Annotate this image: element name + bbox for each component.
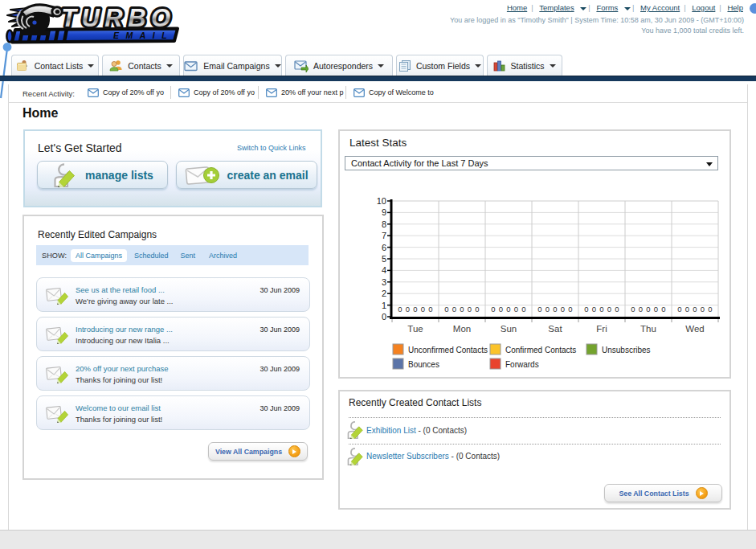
svg-text:0: 0 <box>491 305 495 313</box>
svg-text:0: 0 <box>382 312 386 322</box>
svg-text:Forwards: Forwards <box>505 360 539 369</box>
svg-text:9: 9 <box>382 207 386 217</box>
svg-text:0: 0 <box>693 305 697 313</box>
svg-text:0: 0 <box>468 305 472 313</box>
svg-text:0: 0 <box>607 305 611 313</box>
svg-text:0: 0 <box>398 305 402 313</box>
svg-text:Sat: Sat <box>548 324 562 334</box>
svg-text:0: 0 <box>506 305 510 313</box>
svg-text:0: 0 <box>521 305 525 313</box>
svg-text:0: 0 <box>615 305 619 313</box>
svg-text:0: 0 <box>631 305 635 313</box>
svg-text:4: 4 <box>382 265 386 275</box>
svg-text:Unsubscribes: Unsubscribes <box>602 346 651 354</box>
svg-text:0: 0 <box>499 305 503 313</box>
svg-text:2: 2 <box>382 289 386 298</box>
svg-text:0: 0 <box>444 305 448 313</box>
svg-text:Wed: Wed <box>685 324 704 334</box>
svg-text:0: 0 <box>685 305 689 313</box>
svg-text:Unconfirmed Contacts: Unconfirmed Contacts <box>408 346 488 354</box>
svg-text:0: 0 <box>475 305 479 313</box>
svg-text:0: 0 <box>428 305 432 313</box>
svg-text:0: 0 <box>677 305 681 313</box>
svg-text:TURBO: TURBO <box>61 4 176 32</box>
svg-text:10: 10 <box>377 196 386 206</box>
svg-text:0: 0 <box>546 305 550 313</box>
svg-text:0: 0 <box>553 305 557 313</box>
svg-text:0: 0 <box>592 305 596 313</box>
svg-text:Thu: Thu <box>640 324 656 334</box>
svg-text:6: 6 <box>382 243 386 252</box>
svg-text:Tue: Tue <box>407 324 423 334</box>
svg-text:0: 0 <box>561 305 565 313</box>
svg-text:3: 3 <box>382 277 386 287</box>
svg-text:Sun: Sun <box>501 324 517 334</box>
svg-text:0: 0 <box>406 305 410 313</box>
svg-text:0: 0 <box>599 305 603 313</box>
svg-text:8: 8 <box>382 219 386 229</box>
svg-text:0: 0 <box>646 305 650 313</box>
svg-text:0: 0 <box>460 305 464 313</box>
svg-text:0: 0 <box>421 305 425 313</box>
svg-text:1: 1 <box>382 301 386 310</box>
svg-text:7: 7 <box>382 231 386 240</box>
svg-text:0: 0 <box>568 305 572 313</box>
svg-text:5: 5 <box>382 254 386 264</box>
svg-text:0: 0 <box>708 305 712 313</box>
svg-text:0: 0 <box>584 305 588 313</box>
svg-text:Confirmed Contacts: Confirmed Contacts <box>505 346 576 354</box>
svg-text:0: 0 <box>654 305 658 313</box>
svg-text:0: 0 <box>701 305 705 313</box>
svg-text:Bounces: Bounces <box>408 360 439 369</box>
svg-text:0: 0 <box>452 305 456 313</box>
svg-text:0: 0 <box>661 305 665 313</box>
svg-text:0: 0 <box>413 305 417 313</box>
svg-text:0: 0 <box>514 305 518 313</box>
svg-text:0: 0 <box>537 305 541 313</box>
svg-text:0: 0 <box>639 305 643 313</box>
svg-text:Mon: Mon <box>453 324 471 334</box>
svg-text:Fri: Fri <box>596 324 607 334</box>
